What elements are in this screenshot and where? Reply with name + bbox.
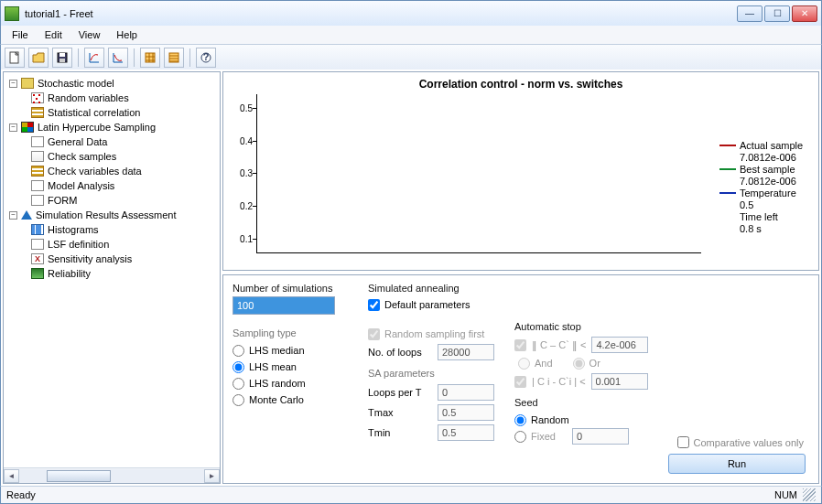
save-file-icon[interactable] [52,48,72,68]
cc-label: ‖ C – C` ‖ < [532,339,586,351]
radio-or [573,358,585,370]
auto-stop-label: Automatic stop [514,321,652,332]
lsf-icon [31,239,44,250]
curve-icon [31,180,44,191]
form-icon [31,195,44,206]
run-button[interactable]: Run [668,454,806,474]
scroll-track[interactable] [19,469,204,483]
x-icon: X [31,253,44,264]
tree-general-data[interactable]: General Data [48,136,107,147]
radio-lhs-random[interactable]: LHS random [233,375,361,391]
reliability-icon [31,268,44,279]
maximize-button[interactable]: ☐ [764,5,790,22]
radio-lhs-mean[interactable]: LHS mean [233,359,361,375]
legend-actual: Actual sample [740,140,803,151]
check-comparative[interactable]: Comparative values only [677,436,804,448]
check-ci [514,376,526,388]
model-icon [21,78,34,89]
chart-panel: Correlation control - norm vs. switches … [222,71,819,271]
y-tick-label: 0.2 [231,201,253,211]
y-tick-label: 0.5 [231,103,253,113]
tree-form[interactable]: FORM [48,195,77,206]
tmin-input [438,424,494,441]
horizontal-scrollbar[interactable]: ◄ ► [4,467,220,483]
tree-statistical-correlation[interactable]: Statistical correlation [48,107,141,118]
tree-lsf-definition[interactable]: LSF definition [48,239,109,250]
radio-monte-carlo[interactable]: Monte Carlo [233,391,361,408]
toolbar: ? [0,44,822,70]
radio-lhs-median[interactable]: LHS median [233,342,361,359]
tree-model-analysis[interactable]: Model Analysis [48,180,114,191]
tree-histograms[interactable]: Histograms [48,224,99,235]
no-loops-input [438,344,494,360]
sa-params-label: SA parameters [368,368,507,379]
grid-icon [31,107,44,118]
chart-a-icon[interactable] [84,48,104,68]
numsim-label: Number of simulations [233,283,361,294]
main-area: −Stochastic model Random variables Stati… [0,70,822,486]
tree-panel: −Stochastic model Random variables Stati… [3,71,221,484]
legend-best: Best sample [740,164,795,175]
no-loops-label: No. of loops [368,347,432,358]
grid2-icon[interactable] [164,48,184,68]
settings-panel: Number of simulations Sampling type LHS … [222,274,819,484]
y-tick-label: 0.4 [231,135,253,145]
title-bar: tutorial1 - Freet — ☐ ✕ [0,0,822,26]
tree-sensitivity[interactable]: Sensitivity analysis [48,253,132,264]
triangle-icon [21,210,32,220]
resize-grip-icon[interactable] [803,488,816,501]
svg-text:?: ? [203,51,210,62]
tree-sim-results[interactable]: Simulation Results Assessment [36,209,176,220]
menu-edit[interactable]: Edit [38,27,70,42]
scroll-thumb[interactable] [47,470,111,482]
grid1-icon[interactable] [140,48,160,68]
new-file-icon[interactable] [5,48,25,68]
expander-icon[interactable]: − [9,211,17,220]
dice-icon [31,92,44,103]
numsim-input[interactable] [233,296,335,315]
chart-title: Correlation control - norm vs. switches [231,78,811,91]
sa-group-label: Simulated annealing [368,283,507,294]
tree-lhs[interactable]: Latin Hypercube Sampling [38,122,156,133]
tmax-input [438,404,494,421]
tree-random-variables[interactable]: Random variables [48,92,129,103]
menu-view[interactable]: View [71,27,108,42]
legend-temp: Temperature [740,188,796,198]
close-button[interactable]: ✕ [792,5,817,22]
tree-stochastic-model[interactable]: Stochastic model [38,78,114,89]
tmax-label: Tmax [368,407,432,418]
svg-rect-3 [59,59,65,62]
legend-best-value: 7.0812e-006 [740,176,796,187]
radio-seed-random[interactable]: Random [514,412,652,428]
minimize-button[interactable]: — [737,5,763,22]
grid-icon [31,166,44,177]
tree-check-variables[interactable]: Check variables data [48,166,142,177]
legend-timeleft-value: 0.8 s [740,223,762,234]
scroll-right-icon[interactable]: ► [204,469,220,483]
menu-help[interactable]: Help [109,27,145,42]
tree-reliability[interactable]: Reliability [48,268,91,279]
cc-input [591,337,648,353]
x-axis [256,252,701,253]
loops-per-t-input [438,384,494,401]
check-random-first[interactable]: Random sampling first [368,326,507,342]
check-default-params[interactable]: Default parameters [368,296,507,313]
status-ready: Ready [6,489,36,500]
y-tick-label: 0.1 [231,233,253,243]
y-tick-label: 0.3 [231,168,253,178]
model-tree[interactable]: −Stochastic model Random variables Stati… [4,72,220,467]
chart-b-icon[interactable] [108,48,128,68]
help-icon[interactable]: ? [196,48,216,68]
y-axis [256,94,257,253]
menu-file[interactable]: File [5,27,36,42]
loops-per-t-label: Loops per T [368,387,432,398]
scroll-left-icon[interactable]: ◄ [4,469,19,483]
lhs-icon [21,122,34,133]
expander-icon[interactable]: − [9,80,17,88]
tree-check-samples[interactable]: Check samples [48,151,116,162]
radio-seed-fixed[interactable] [514,431,526,443]
expander-icon[interactable]: − [9,123,17,132]
histogram-icon [31,224,44,235]
tmin-label: Tmin [368,427,432,438]
open-file-icon[interactable] [28,48,49,68]
